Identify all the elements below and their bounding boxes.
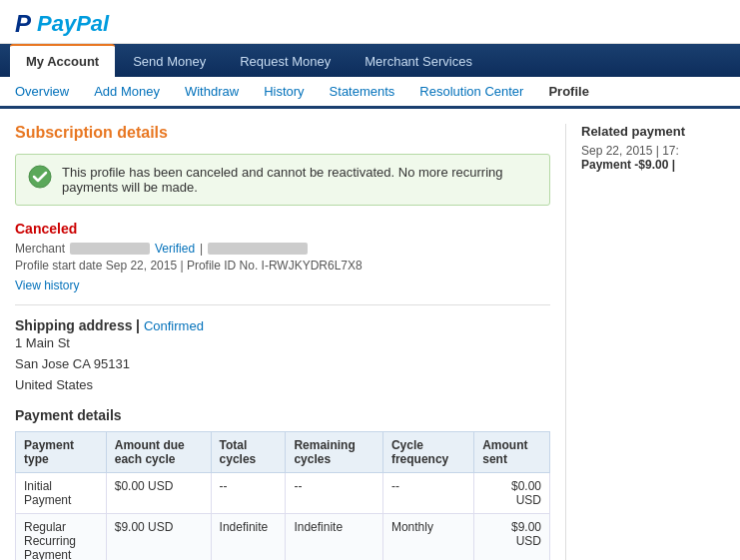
- check-circle-icon: [28, 165, 52, 189]
- shipping-title: Shipping address: [15, 317, 132, 333]
- logo: P PayPal: [15, 10, 725, 38]
- col-header-amount-sent: Amount sent: [474, 432, 550, 473]
- row2-type: Regular RecurringPayment: [16, 514, 107, 560]
- row2-amount-due: $9.00 USD: [106, 514, 211, 560]
- address-line1: 1 Main St: [15, 333, 550, 354]
- table-row: Regular RecurringPayment $9.00 USD Indef…: [16, 514, 550, 560]
- alert-box: This profile has been canceled and canno…: [15, 154, 550, 206]
- row2-remaining: Indefinite: [286, 514, 383, 560]
- sidebar-date: Sep 22, 2015 | 17:: [581, 144, 725, 158]
- row1-amount-sent: $0.00USD: [474, 473, 550, 514]
- subnav-history[interactable]: History: [259, 81, 309, 102]
- paypal-logo-text: PayPal: [37, 11, 109, 37]
- row1-frequency: --: [382, 473, 473, 514]
- sidebar: Related payment Sep 22, 2015 | 17: Payme…: [565, 124, 725, 560]
- col-header-type: Payment type: [16, 432, 107, 473]
- subnav-withdraw[interactable]: Withdraw: [180, 81, 244, 102]
- address-line3: United States: [15, 375, 550, 396]
- row1-type: Initial Payment: [16, 473, 107, 514]
- payment-table: Payment type Amount due each cycle Total…: [15, 431, 550, 560]
- merchant-email-blurred: [208, 243, 308, 255]
- main-content: Subscription details This profile has be…: [15, 124, 550, 560]
- col-header-frequency: Cycle frequency: [382, 432, 473, 473]
- verified-label: Verified: [155, 242, 195, 256]
- tab-send-money[interactable]: Send Money: [117, 46, 222, 77]
- row1-remaining: --: [286, 473, 383, 514]
- section-title: Subscription details: [15, 124, 550, 142]
- row2-frequency: Monthly: [382, 514, 473, 560]
- alert-text: This profile has been canceled and canno…: [62, 165, 537, 195]
- paypal-logo-icon: P: [15, 10, 31, 38]
- header: P PayPal: [0, 0, 740, 44]
- sidebar-payment: Payment -$9.00 |: [581, 158, 725, 172]
- status-canceled: Canceled: [15, 221, 550, 237]
- svg-point-0: [29, 166, 51, 188]
- tab-my-account[interactable]: My Account: [10, 44, 115, 77]
- confirmed-label: Confirmed: [144, 318, 204, 333]
- merchant-name-blurred: [70, 243, 150, 255]
- subnav-add-money[interactable]: Add Money: [89, 81, 165, 102]
- sidebar-title: Related payment: [581, 124, 725, 139]
- subnav-statements[interactable]: Statements: [325, 81, 400, 102]
- col-header-total-cycles: Total cycles: [211, 432, 286, 473]
- subnav-resolution-center[interactable]: Resolution Center: [414, 81, 528, 102]
- tab-merchant-services[interactable]: Merchant Services: [349, 46, 488, 77]
- view-history-link[interactable]: View history: [15, 279, 79, 292]
- payment-details-title: Payment details: [15, 407, 550, 423]
- merchant-line: Merchant Verified |: [15, 242, 550, 256]
- row1-total-cycles: --: [211, 473, 286, 514]
- address-line2: San Jose CA 95131: [15, 354, 550, 375]
- merchant-label: Merchant: [15, 242, 65, 256]
- separator: |: [200, 242, 203, 256]
- content-area: Subscription details This profile has be…: [0, 109, 740, 560]
- subnav-overview[interactable]: Overview: [10, 81, 74, 102]
- row2-total-cycles: Indefinite: [211, 514, 286, 560]
- tab-request-money[interactable]: Request Money: [224, 46, 347, 77]
- sub-nav: Overview Add Money Withdraw History Stat…: [0, 77, 740, 109]
- divider-1: [15, 304, 550, 305]
- profile-line: Profile start date Sep 22, 2015 | Profil…: [15, 259, 550, 273]
- main-nav: My Account Send Money Request Money Merc…: [0, 44, 740, 77]
- col-header-amount-due: Amount due each cycle: [106, 432, 211, 473]
- table-row: Initial Payment $0.00 USD -- -- -- $0.00…: [16, 473, 550, 514]
- subnav-profile[interactable]: Profile: [543, 81, 593, 102]
- row2-amount-sent: $9.00USD: [474, 514, 550, 560]
- row1-amount-due: $0.00 USD: [106, 473, 211, 514]
- shipping-section: Shipping address | Confirmed: [15, 317, 550, 333]
- col-header-remaining: Remaining cycles: [286, 432, 383, 473]
